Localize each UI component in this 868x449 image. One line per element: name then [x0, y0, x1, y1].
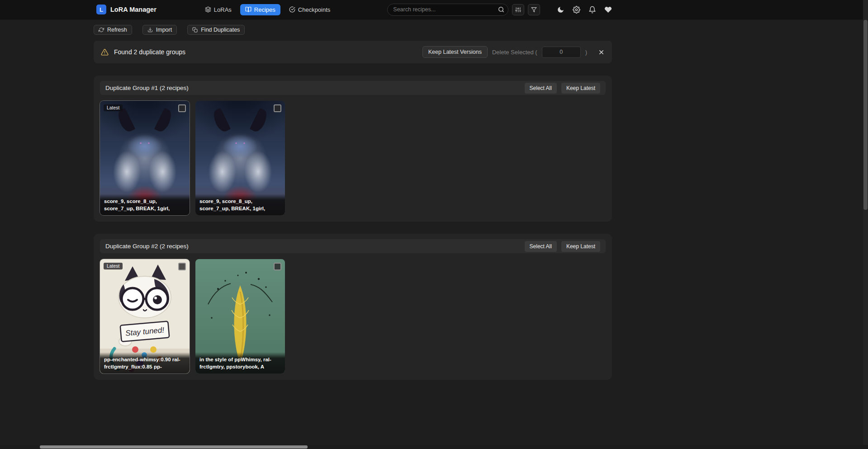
- filter-icon: [531, 7, 537, 13]
- recipe-card[interactable]: score_9, score_8_up, score_7_up, BREAK, …: [195, 101, 285, 215]
- latest-badge: Latest: [104, 263, 123, 269]
- horizontal-scrollbar-thumb[interactable]: [40, 445, 308, 449]
- recipe-select-checkbox[interactable]: [274, 263, 281, 270]
- sliders-icon: [515, 7, 521, 13]
- tab-recipes[interactable]: Recipes: [240, 4, 280, 15]
- group-1-keep-latest-button[interactable]: Keep Latest: [561, 83, 600, 94]
- tab-checkpoints[interactable]: Checkpoints: [284, 4, 336, 15]
- duplicates-alert-banner: Found 2 duplicate groups Keep Latest Ver…: [94, 41, 612, 63]
- recipe-card[interactable]: Latest score_9, score_8_up, score_7_up, …: [100, 101, 190, 215]
- recipe-caption: score_9, score_8_up, score_7_up, BREAK, …: [195, 194, 285, 215]
- tab-loras[interactable]: LoRAs: [200, 4, 237, 15]
- search-area: [387, 4, 540, 16]
- recipe-select-checkbox[interactable]: [178, 104, 186, 112]
- group-1-select-all-button[interactable]: Select All: [525, 83, 557, 94]
- duplicate-group-1-panel: Duplicate Group #1 (2 recipes) Select Al…: [94, 76, 612, 222]
- app-logo-icon: L: [96, 5, 106, 14]
- tab-recipes-label: Recipes: [254, 6, 275, 13]
- close-icon: [598, 49, 605, 56]
- group-2-select-all-button[interactable]: Select All: [525, 241, 557, 252]
- filter-button[interactable]: [528, 4, 540, 15]
- theme-toggle-button[interactable]: [557, 6, 564, 14]
- group-2-keep-latest-button[interactable]: Keep Latest: [561, 241, 600, 252]
- recipe-select-checkbox[interactable]: [178, 263, 186, 270]
- recipe-select-checkbox[interactable]: [274, 104, 281, 112]
- refresh-icon: [99, 27, 104, 33]
- tab-loras-label: LoRAs: [214, 6, 232, 13]
- gear-icon: [573, 6, 580, 14]
- main-content: Refresh Import Find Duplicates Found 2 d…: [94, 25, 612, 380]
- search-input[interactable]: [387, 4, 508, 16]
- recipe-caption: pp-enchanted-whimsy:0.90 ral-frctlgmtry_…: [100, 352, 190, 373]
- search-icon[interactable]: [498, 6, 504, 13]
- navbar: L LoRA Manager LoRAs Recipes Checkpoi: [0, 0, 868, 19]
- favorites-button[interactable]: [604, 6, 612, 14]
- alert-message: Found 2 duplicate groups: [114, 48, 185, 56]
- latest-badge: Latest: [104, 104, 123, 111]
- duplicate-group-2-panel: Duplicate Group #2 (2 recipes) Select Al…: [94, 234, 612, 380]
- recipe-card[interactable]: Stay tuned! Latest pp-enchanted-whimsy: [100, 259, 190, 373]
- refresh-button[interactable]: Refresh: [94, 25, 132, 35]
- book-open-icon: [245, 6, 251, 13]
- moon-icon: [557, 6, 564, 14]
- navbar-actions: [557, 6, 612, 14]
- keep-latest-versions-button[interactable]: Keep Latest Versions: [422, 46, 488, 58]
- delete-count-input[interactable]: [542, 47, 581, 58]
- notifications-button[interactable]: [588, 6, 596, 14]
- group-1-title: Duplicate Group #1 (2 recipes): [105, 85, 189, 91]
- group-2-title: Duplicate Group #2 (2 recipes): [105, 243, 189, 250]
- app-title: LoRA Manager: [110, 6, 157, 13]
- recipes-toolbar: Refresh Import Find Duplicates: [94, 25, 612, 35]
- close-alert-button[interactable]: [598, 49, 605, 56]
- group-2-header: Duplicate Group #2 (2 recipes) Select Al…: [100, 239, 606, 253]
- horizontal-scrollbar[interactable]: [0, 445, 868, 449]
- delete-selected-suffix: ): [585, 49, 587, 56]
- copy-icon: [192, 27, 198, 33]
- recipe-caption: in the style of ppWhimsy, ral-frctlgmtry…: [195, 352, 285, 373]
- recipe-card[interactable]: in the style of ppWhimsy, ral-frctlgmtry…: [195, 259, 285, 373]
- layers-icon: [205, 6, 211, 13]
- warning-triangle-icon: [101, 48, 109, 56]
- delete-selected-label: Delete Selected (: [492, 49, 537, 56]
- group-1-header: Duplicate Group #1 (2 recipes) Select Al…: [100, 81, 606, 95]
- refresh-label: Refresh: [107, 27, 127, 33]
- vertical-scrollbar-thumb[interactable]: [863, 20, 868, 210]
- settings-button[interactable]: [573, 6, 580, 14]
- recipe-caption: score_9, score_8_up, score_7_up, BREAK, …: [100, 194, 190, 215]
- main-nav: LoRAs Recipes Checkpoints: [200, 4, 336, 15]
- app-brand: L LoRA Manager: [96, 5, 157, 14]
- download-icon: [147, 27, 153, 33]
- find-duplicates-label: Find Duplicates: [201, 27, 240, 33]
- vertical-scrollbar[interactable]: [863, 0, 868, 449]
- import-button[interactable]: Import: [142, 25, 177, 35]
- bell-icon: [588, 6, 596, 14]
- check-circle-icon: [289, 6, 295, 13]
- tab-checkpoints-label: Checkpoints: [298, 6, 331, 13]
- heart-icon: [604, 6, 612, 14]
- find-duplicates-button[interactable]: Find Duplicates: [187, 25, 245, 35]
- sort-options-button[interactable]: [512, 4, 524, 15]
- import-label: Import: [156, 27, 172, 33]
